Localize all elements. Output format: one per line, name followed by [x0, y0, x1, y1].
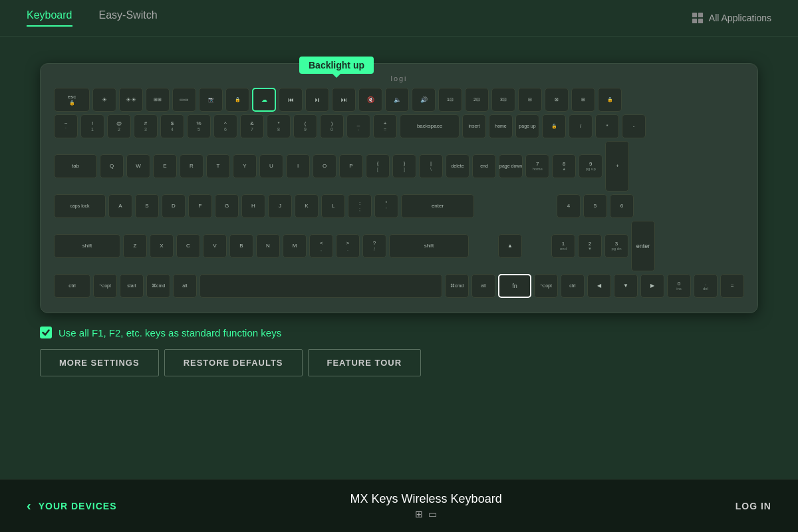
key-spacebar[interactable] [200, 274, 442, 298]
key-j[interactable]: J [268, 194, 292, 218]
key-start[interactable]: start [120, 274, 144, 298]
numpad-1[interactable]: 1end [551, 234, 575, 258]
key-l[interactable]: L [321, 194, 345, 218]
key-easy3[interactable]: 3⊡ [491, 88, 515, 112]
key-arrow-right[interactable]: ▶ [640, 274, 664, 298]
key-f4[interactable]: ▭▭ [172, 88, 196, 112]
key-caps[interactable]: caps lock [54, 194, 106, 218]
key-shift-left[interactable]: shift [54, 234, 120, 258]
key-i[interactable]: I [286, 154, 310, 178]
key-q[interactable]: Q [100, 154, 124, 178]
key-enter[interactable]: enter [401, 194, 474, 218]
numpad-equal[interactable]: = [720, 274, 744, 298]
key-7[interactable]: &7 [240, 114, 264, 138]
function-keys-checkbox-label[interactable]: Use all F1, F2, etc. keys as standard fu… [40, 327, 281, 338]
key-prt[interactable]: ⊠ [545, 88, 569, 112]
numpad-star[interactable]: * [595, 114, 619, 138]
numpad-2[interactable]: 2▼ [578, 234, 602, 258]
key-arrow-up[interactable]: ▲ [498, 234, 522, 258]
key-alt-r[interactable]: alt [471, 274, 495, 298]
numpad-5[interactable]: 5 [583, 194, 607, 218]
key-b[interactable]: B [229, 234, 253, 258]
key-minus[interactable]: _- [346, 114, 370, 138]
key-pgdn[interactable]: page down [499, 154, 523, 178]
key-6[interactable]: ^6 [213, 114, 237, 138]
key-quote[interactable]: "' [374, 194, 398, 218]
key-o[interactable]: O [313, 154, 336, 178]
key-0[interactable]: )0 [320, 114, 344, 138]
key-mic[interactable]: ⊞ [571, 88, 595, 112]
key-backspace[interactable]: backspace [400, 114, 460, 138]
key-cmd-l[interactable]: ⌘cmd [146, 274, 170, 298]
key-cmd-r[interactable]: ⌘cmd [445, 274, 469, 298]
key-y[interactable]: Y [233, 154, 257, 178]
key-t[interactable]: T [206, 154, 230, 178]
tab-easy-switch[interactable]: Easy-Switch [99, 9, 158, 27]
numpad-0[interactable]: 0ins [667, 274, 691, 298]
key-tab[interactable]: tab [54, 154, 97, 178]
key-w[interactable]: W [126, 154, 150, 178]
key-h[interactable]: H [241, 194, 265, 218]
key-easy1[interactable]: 1⊡ [438, 88, 462, 112]
key-9[interactable]: (9 [293, 114, 317, 138]
feature-tour-button[interactable]: FEATURE TOUR [308, 349, 422, 376]
key-f10[interactable]: ⏭ [332, 88, 356, 112]
restore-defaults-button[interactable]: RESTORE DEFAULTS [164, 349, 303, 376]
key-f1[interactable]: ☀ [92, 88, 116, 112]
your-devices-button[interactable]: ‹ YOUR DEVICES [27, 498, 116, 513]
key-ctrl-r[interactable]: ctrl [561, 274, 585, 298]
key-p[interactable]: P [339, 154, 363, 178]
key-4[interactable]: $4 [160, 114, 184, 138]
key-f5[interactable]: 📷 [199, 88, 223, 112]
tab-keyboard[interactable]: Keyboard [27, 9, 72, 27]
key-d[interactable]: D [162, 194, 186, 218]
key-arrow-left[interactable]: ◀ [587, 274, 611, 298]
key-slash[interactable]: ?/ [362, 234, 386, 258]
key-esc[interactable]: esc🔒 [54, 88, 90, 112]
key-v[interactable]: V [203, 234, 227, 258]
key-backtick[interactable]: ~` [54, 114, 78, 138]
key-n[interactable]: N [256, 234, 280, 258]
key-1[interactable]: !1 [80, 114, 104, 138]
numpad-3[interactable]: 3pg dn [604, 234, 628, 258]
key-easy2[interactable]: 2⊡ [465, 88, 489, 112]
key-f13[interactable]: 🔊 [412, 88, 436, 112]
key-alt-l[interactable]: alt [173, 274, 197, 298]
key-m[interactable]: M [283, 234, 307, 258]
key-lock[interactable]: 🔒 [598, 88, 622, 112]
key-period[interactable]: >. [336, 234, 360, 258]
key-fn[interactable]: fn [498, 274, 531, 298]
key-f6[interactable]: 🔒 [225, 88, 249, 112]
numpad-slash[interactable]: / [569, 114, 593, 138]
key-z[interactable]: Z [123, 234, 147, 258]
key-k[interactable]: K [295, 194, 319, 218]
numpad-enter[interactable]: enter [631, 221, 655, 271]
key-semicolon[interactable]: :; [348, 194, 372, 218]
function-keys-checkbox[interactable] [40, 327, 52, 338]
key-8[interactable]: *8 [267, 114, 291, 138]
key-equal[interactable]: += [373, 114, 397, 138]
key-rbrace[interactable]: }] [392, 154, 416, 178]
key-arrow-down[interactable]: ▼ [614, 274, 638, 298]
key-g[interactable]: G [215, 194, 239, 218]
key-u[interactable]: U [259, 154, 283, 178]
key-f3[interactable]: ⊞⊞ [146, 88, 170, 112]
key-3[interactable]: #3 [134, 114, 158, 138]
key-home[interactable]: home [489, 114, 513, 138]
numpad-6[interactable]: 6 [610, 194, 634, 218]
numpad-4[interactable]: 4 [557, 194, 581, 218]
key-f12[interactable]: 🔈 [385, 88, 409, 112]
key-shift-right[interactable]: shift [389, 234, 469, 258]
key-s[interactable]: S [135, 194, 159, 218]
key-ins2[interactable]: insert [462, 114, 486, 138]
key-2[interactable]: @2 [107, 114, 131, 138]
key-opt-l[interactable]: ⌥opt [93, 274, 117, 298]
key-lbrace[interactable]: {[ [366, 154, 390, 178]
key-a[interactable]: A [108, 194, 132, 218]
key-pgup[interactable]: page up [515, 114, 539, 138]
key-del[interactable]: delete [446, 154, 469, 178]
key-f7[interactable]: ☁ [252, 88, 276, 112]
numpad-9[interactable]: 9pg up [579, 154, 602, 178]
numpad-plus[interactable]: + [605, 141, 629, 192]
all-applications-button[interactable]: All Applications [692, 12, 771, 24]
